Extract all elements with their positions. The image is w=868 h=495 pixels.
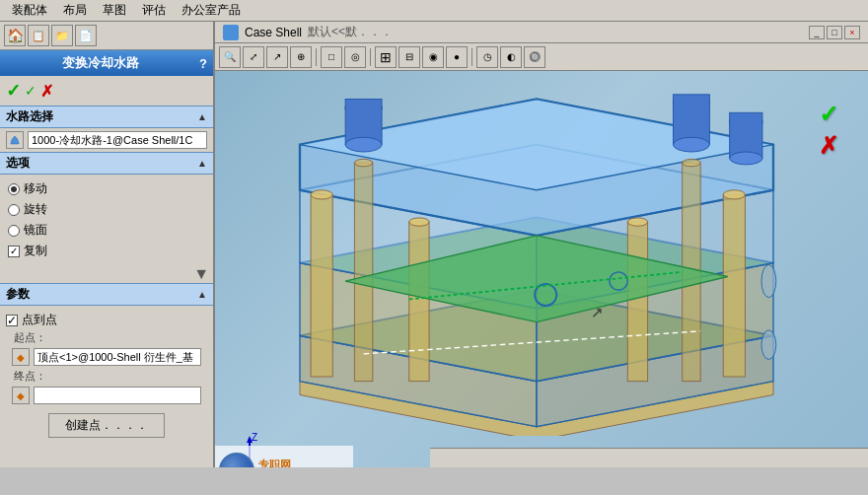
window-controls: _ □ × [809, 26, 860, 39]
options-section-arrow: ▲ [197, 158, 207, 169]
panel-tool-3[interactable]: 📁 [51, 25, 73, 46]
option-move-row: 移动 [8, 178, 205, 199]
options-section-header[interactable]: 选项 ▲ [0, 152, 213, 175]
svg-point-21 [354, 159, 372, 166]
viewport-titlebar: Case Shell 默认<<默．．． _ □ × [215, 22, 868, 43]
menu-item-layout[interactable]: 布局 [55, 0, 95, 21]
start-icon: ◆ [12, 348, 30, 366]
svg-point-17 [627, 218, 647, 226]
svg-point-29 [673, 137, 709, 152]
vp-tool-4[interactable]: ⊕ [290, 46, 312, 68]
watermark-site-name: 专职网 [258, 458, 317, 467]
vp-tool-12[interactable]: ◐ [500, 46, 522, 68]
vp-tool-13[interactable]: 🔘 [524, 46, 545, 68]
svg-point-35 [761, 330, 776, 360]
vp-tool-7[interactable]: ⊞ [375, 46, 397, 68]
option-rotate-row: 旋转 [8, 199, 205, 220]
watermark-text-area: 专职网 Zhuanzhi.Net [258, 458, 317, 467]
vp-tool-2[interactable]: ⤢ [243, 46, 264, 68]
viewport-icon [223, 25, 239, 40]
vp-sep-1 [316, 48, 317, 66]
vp-tool-search[interactable]: 🔍 [219, 46, 241, 68]
option-copy-row: ✓ 复制 [8, 241, 205, 261]
water-section-arrow: ▲ [197, 111, 207, 122]
viewport-subtitle: 默认<<默．．． [308, 24, 393, 40]
panel-tool-4[interactable]: 📄 [75, 25, 97, 46]
svg-point-19 [723, 190, 745, 199]
start-input[interactable]: 顶点<1>@1000-Shell 衍生件_基 [34, 348, 201, 366]
watermark: 专职网 Zhuanzhi.Net [215, 446, 353, 467]
cancel-button[interactable]: ✗ [40, 82, 53, 101]
option-move-radio[interactable] [8, 183, 20, 195]
params-section-title: 参数 [6, 286, 30, 303]
maximize-button[interactable]: □ [827, 26, 842, 39]
end-input[interactable] [34, 387, 201, 404]
create-point-button[interactable]: 创建点．．．． [48, 413, 165, 438]
left-panel: 🏠 📋 📁 📄 变换冷却水路 ? ✓ ✓ ✗ 水路选择 ▲ [0, 22, 215, 467]
water-field-row: 1000-冷却水路-1@Case Shell/1C [0, 128, 213, 152]
option-copy-checkbox[interactable]: ✓ [8, 246, 20, 257]
svg-point-34 [761, 264, 776, 297]
vp-tool-8[interactable]: ⊟ [398, 46, 420, 68]
svg-point-32 [730, 152, 762, 165]
start-label: 起点： [6, 330, 207, 345]
option-copy-label: 复制 [24, 243, 47, 259]
params-section-arrow: ▲ [197, 289, 207, 300]
scroll-indicator[interactable]: ▼ [0, 265, 213, 283]
viewport-cancel-button[interactable]: ✗ [819, 132, 838, 160]
start-field-row: ◆ 顶点<1>@1000-Shell 衍生件_基 [6, 345, 207, 369]
vp-tool-9[interactable]: ◉ [422, 46, 444, 68]
point-to-point-checkbox[interactable]: ✓ [6, 315, 18, 326]
option-rotate-radio[interactable] [8, 204, 20, 216]
viewport-confirm-button[interactable]: ✓ [819, 101, 838, 128]
svg-text:Z: Z [252, 432, 257, 443]
menu-item-office[interactable]: 办公室产品 [174, 0, 249, 21]
option-mirror-radio[interactable] [8, 225, 20, 237]
water-field-input[interactable]: 1000-冷却水路-1@Case Shell/1C [28, 131, 207, 149]
main-layout: 🏠 📋 📁 📄 变换冷却水路 ? ✓ ✓ ✗ 水路选择 ▲ [0, 22, 868, 467]
apply-button[interactable]: ✓ [25, 83, 36, 99]
water-field-icon [6, 131, 24, 149]
viewport-toolbar: 🔍 ⤢ ↗ ⊕ □ ◎ ⊞ ⊟ ◉ ● ◷ ◐ 🔘 [215, 43, 868, 71]
vp-sep-2 [370, 48, 371, 66]
panel-tool-1[interactable]: 🏠 [4, 25, 26, 46]
svg-text:↗: ↗ [591, 305, 604, 320]
svg-point-26 [345, 137, 382, 152]
svg-rect-12 [311, 194, 332, 377]
svg-point-23 [683, 159, 700, 166]
3d-model: ↗ [254, 81, 819, 436]
menu-item-assemble[interactable]: 装配体 [4, 0, 55, 21]
svg-rect-18 [723, 194, 745, 377]
options-section: 移动 旋转 镜面 ✓ 复制 [0, 175, 213, 265]
svg-point-13 [311, 190, 332, 199]
vp-tool-11[interactable]: ◷ [476, 46, 498, 68]
vp-tool-5[interactable]: □ [321, 46, 342, 68]
end-field-row: ◆ [6, 384, 207, 407]
option-mirror-row: 镜面 [8, 220, 205, 241]
options-section-title: 选项 [6, 155, 30, 172]
option-mirror-label: 镜面 [24, 222, 47, 239]
minimize-button[interactable]: _ [809, 26, 825, 39]
params-section-header[interactable]: 参数 ▲ [0, 283, 213, 306]
vp-tool-10[interactable]: ● [446, 46, 468, 68]
svg-rect-14 [409, 222, 429, 382]
menu-item-sketch[interactable]: 草图 [95, 0, 134, 21]
3d-scene[interactable]: ✓ ✗ [215, 71, 868, 467]
panel-tool-2[interactable]: 📋 [28, 25, 49, 46]
viewport-confirm-area: ✓ ✗ [819, 101, 838, 160]
close-button[interactable]: × [844, 26, 860, 39]
status-bar [430, 448, 868, 467]
option-rotate-label: 旋转 [24, 201, 47, 218]
menu-item-evaluate[interactable]: 评估 [134, 0, 174, 21]
vp-tool-6[interactable]: ◎ [344, 46, 366, 68]
vp-tool-3[interactable]: ↗ [266, 46, 288, 68]
panel-header: 变换冷却水路 ? [0, 50, 213, 76]
water-section-header[interactable]: 水路选择 ▲ [0, 106, 213, 128]
menu-bar: 装配体 布局 草图 评估 办公室产品 [0, 0, 868, 22]
point-to-point-row: ✓ 点到点 [6, 310, 207, 330]
svg-rect-20 [354, 163, 372, 382]
panel-title: 变换冷却水路 [2, 54, 199, 72]
point-to-point-label: 点到点 [22, 312, 57, 328]
panel-help[interactable]: ? [199, 56, 207, 71]
confirm-button[interactable]: ✓ [6, 80, 21, 102]
